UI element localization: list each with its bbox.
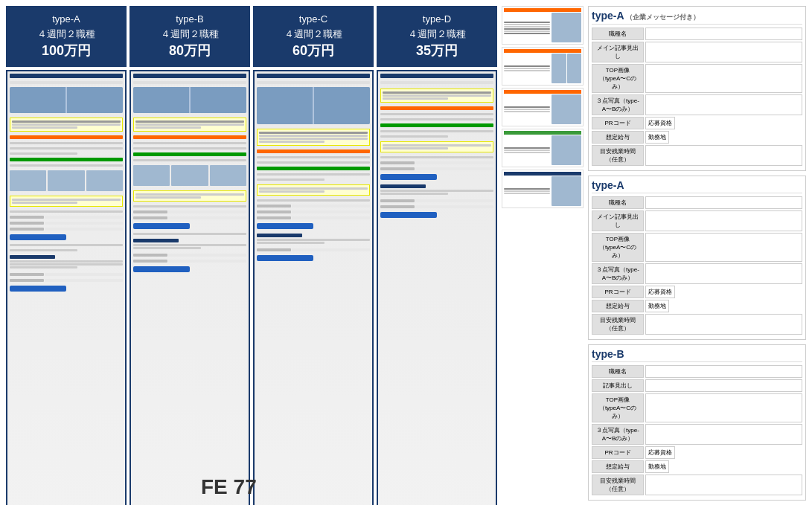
spec-label: TOP画像（typeA〜Cのみ） xyxy=(592,233,644,262)
spec-label: 職種名 xyxy=(592,365,644,378)
spec-row-2col: PRコード 応募資格 xyxy=(592,117,802,129)
spec-label: ３点写真（type-A〜Bのみ） xyxy=(592,424,644,445)
spec-cell: 勤務地 xyxy=(645,300,669,312)
spec-label: 記事見出し xyxy=(592,379,644,392)
spec-row: ３点写真（type-A〜Bのみ） xyxy=(592,94,802,115)
spec-label: メイン記事見出し xyxy=(592,42,644,62)
spec-label: PRコード xyxy=(592,286,644,298)
spec-row: メイン記事見出し xyxy=(592,42,802,62)
spec-label: PRコード xyxy=(592,117,644,129)
type-c-label: type-C xyxy=(256,12,371,27)
type-b-weeks: ４週間２職種 xyxy=(132,27,247,42)
spec-row-2col: PRコード 応募資格 xyxy=(592,286,802,298)
spec-value xyxy=(645,365,802,378)
type-b-preview xyxy=(130,70,250,505)
type-d-column: type-D ４週間２職種 35万円 xyxy=(377,6,497,505)
spec-value xyxy=(645,379,802,392)
thumb-type-a xyxy=(502,47,584,86)
spec-row: 職種名 xyxy=(592,365,802,378)
spec-label: PRコード xyxy=(592,446,644,459)
spec-row: 職種名 xyxy=(592,28,802,40)
spec-row: TOP画像（typeA〜Cのみ） xyxy=(592,233,802,262)
type-a-header: type-A ４週間２職種 100万円 xyxy=(6,6,127,67)
spec-value xyxy=(645,94,802,115)
spec-label: ３点写真（type-A〜Bのみ） xyxy=(592,263,644,284)
spec-value xyxy=(645,210,802,231)
type-c-weeks: ４週間２職種 xyxy=(256,27,371,42)
spec-value xyxy=(645,145,802,166)
types-section: type-A ４週間２職種 100万円 xyxy=(6,6,497,505)
spec-value xyxy=(645,42,802,62)
right-section: type-A（企業メッセージ付き） 職種名 メイン記事見出し TOP画像（typ… xyxy=(502,6,806,505)
spec-label: 職種名 xyxy=(592,196,644,209)
spec-value xyxy=(645,233,802,262)
type-c-header: type-C ４週間２職種 60万円 xyxy=(253,6,374,67)
type-a-preview xyxy=(6,70,127,505)
specs-section: type-A（企業メッセージ付き） 職種名 メイン記事見出し TOP画像（typ… xyxy=(588,6,806,505)
spec-value xyxy=(645,196,802,209)
spec-value xyxy=(645,64,802,93)
spec-row-2col: 想定給与 勤務地 xyxy=(592,460,802,473)
spec-row-2col: PRコード 応募資格 xyxy=(592,446,802,459)
thumb-type-b xyxy=(502,88,584,126)
spec-title-b: type-B xyxy=(592,348,802,362)
spec-label: 目安残業時間（任意） xyxy=(592,475,644,495)
spec-row: TOP画像（typeA〜Cのみ） xyxy=(592,64,802,93)
spec-row: ３点写真（type-A〜Bのみ） xyxy=(592,263,802,284)
thumb-type-c xyxy=(502,129,584,167)
spec-cell: 応募資格 xyxy=(645,117,675,129)
type-d-preview xyxy=(377,70,497,505)
spec-row-2col: 想定給与 勤務地 xyxy=(592,131,802,144)
spec-value xyxy=(645,475,802,495)
spec-cell: 勤務地 xyxy=(645,131,669,144)
type-a-weeks: ４週間２職種 xyxy=(9,27,124,42)
spec-cell: 応募資格 xyxy=(645,446,675,459)
thumb-type-a-top xyxy=(502,6,584,45)
spec-value xyxy=(645,424,802,445)
spec-row: 目安残業時間（任意） xyxy=(592,475,802,495)
type-c-column: type-C ４週間２職種 60万円 xyxy=(253,6,374,505)
spec-row: 目安残業時間（任意） xyxy=(592,314,802,335)
spec-type-a: type-A 職種名 メイン記事見出し TOP画像（typeA〜Cのみ） ３点写… xyxy=(588,176,806,340)
type-b-price: 80万円 xyxy=(132,41,247,61)
spec-row: ３点写真（type-A〜Bのみ） xyxy=(592,424,802,445)
type-a-column: type-A ４週間２職種 100万円 xyxy=(6,6,127,505)
spec-label: 目安残業時間（任意） xyxy=(592,145,644,166)
spec-label: 想定給与 xyxy=(592,131,644,144)
type-b-label: type-B xyxy=(132,12,247,27)
spec-label: 想定給与 xyxy=(592,300,644,312)
type-a-label: type-A xyxy=(9,12,124,27)
spec-label: 職種名 xyxy=(592,28,644,40)
type-c-preview xyxy=(253,70,374,505)
spec-cell: 勤務地 xyxy=(645,460,669,473)
spec-row: TOP画像（typeA〜Cのみ） xyxy=(592,393,802,422)
spec-label: ３点写真（type-A〜Bのみ） xyxy=(592,94,644,115)
type-a-price: 100万円 xyxy=(9,41,124,61)
spec-cell: 応募資格 xyxy=(645,286,675,298)
spec-label: 目安残業時間（任意） xyxy=(592,314,644,335)
type-b-header: type-B ４週間２職種 80万円 xyxy=(130,6,250,67)
type-d-header: type-D ４週間２職種 35万円 xyxy=(377,6,497,67)
type-d-label: type-D xyxy=(380,12,494,27)
spec-title-a-top: type-A（企業メッセージ付き） xyxy=(592,10,802,25)
spec-type-b: type-B 職種名 記事見出し TOP画像（typeA〜Cのみ） ３点写真（t… xyxy=(588,344,806,501)
spec-row: 職種名 xyxy=(592,196,802,209)
preview-thumbnails xyxy=(502,6,584,505)
type-d-weeks: ４週間２職種 xyxy=(380,27,494,42)
spec-value xyxy=(645,263,802,284)
type-b-column: type-B ４週間２職種 80万円 xyxy=(130,6,250,505)
spec-row: メイン記事見出し xyxy=(592,210,802,231)
spec-row-2col: 想定給与 勤務地 xyxy=(592,300,802,312)
spec-title-a: type-A xyxy=(592,179,802,193)
spec-row: 記事見出し xyxy=(592,379,802,392)
type-d-price: 35万円 xyxy=(380,41,494,61)
spec-type-a-top: type-A（企業メッセージ付き） 職種名 メイン記事見出し TOP画像（typ… xyxy=(588,6,806,171)
spec-label: TOP画像（typeA〜Cのみ） xyxy=(592,64,644,93)
spec-label: 想定給与 xyxy=(592,460,644,473)
spec-label: TOP画像（typeA〜Cのみ） xyxy=(592,393,644,422)
spec-row: 目安残業時間（任意） xyxy=(592,145,802,166)
type-c-price: 60万円 xyxy=(256,41,371,61)
spec-label: メイン記事見出し xyxy=(592,210,644,231)
bottom-label: FE 77 xyxy=(201,475,257,499)
thumb-type-d xyxy=(502,170,584,208)
